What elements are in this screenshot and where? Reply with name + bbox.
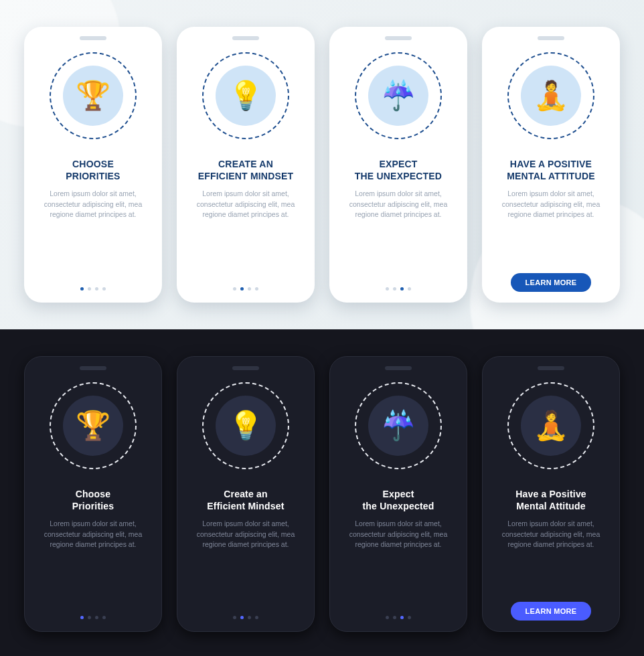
page-dot[interactable] — [88, 616, 91, 619]
page-dot[interactable] — [80, 287, 84, 291]
page-dot[interactable] — [240, 287, 244, 291]
illustration-circle: ☔ — [355, 382, 442, 469]
page-dot[interactable] — [95, 287, 98, 291]
page-indicator — [233, 616, 258, 621]
page-indicator — [386, 287, 411, 292]
screen-title: CREATE AN EFFICIENT MINDSET — [198, 158, 294, 182]
learn-more-button[interactable]: LEARN MORE — [511, 602, 592, 621]
page-dot[interactable] — [408, 616, 411, 619]
illustration-circle: 🏆 — [50, 382, 137, 469]
screen-description: Lorem ipsum dolor sit amet, consectetur … — [491, 189, 611, 220]
phone-notch — [538, 366, 564, 370]
light-theme-section: 🏆CHOOSE PRIORITIESLorem ipsum dolor sit … — [0, 0, 644, 329]
phone-notch — [385, 36, 412, 40]
screen-title: HAVE A POSITIVE MENTAL ATTITUDE — [507, 158, 595, 182]
screen-title: Create an Efficient Mindset — [207, 488, 284, 512]
mindset-icon: 💡 — [228, 412, 263, 440]
phone-notch — [80, 36, 106, 40]
screen-title: Expect the Unexpected — [362, 488, 434, 512]
illustration: 🏆 — [43, 46, 143, 146]
attitude-icon: 🧘 — [534, 412, 568, 440]
illustration-circle: 🧘 — [507, 52, 594, 139]
page-indicator — [233, 287, 258, 292]
screen-description: Lorem ipsum dolor sit amet, consectetur … — [339, 519, 457, 550]
attitude-icon: 🧘 — [534, 82, 568, 110]
page-dot[interactable] — [255, 616, 258, 619]
illustration: 💡 — [195, 376, 296, 476]
illustration-circle: 💡 — [202, 382, 289, 469]
page-dot[interactable] — [400, 287, 404, 291]
illustration: ☔ — [348, 46, 449, 146]
illustration: 🧘 — [501, 46, 601, 146]
page-dot[interactable] — [80, 616, 84, 619]
page-dot[interactable] — [95, 616, 98, 619]
onboarding-phone: ☔Expect the UnexpectedLorem ipsum dolor … — [329, 356, 467, 632]
screen-description: Lorem ipsum dolor sit amet, consectetur … — [339, 189, 458, 220]
screen-description: Lorem ipsum dolor sit amet, consectetur … — [34, 519, 152, 550]
page-dot[interactable] — [255, 287, 258, 291]
screen-description: Lorem ipsum dolor sit amet, consectetur … — [187, 519, 305, 550]
dark-theme-section: 🏆Choose PrioritiesLorem ipsum dolor sit … — [0, 329, 644, 656]
page-dot[interactable] — [386, 616, 389, 619]
phone-notch — [538, 36, 564, 40]
phone-notch — [385, 366, 412, 370]
page-dot[interactable] — [386, 287, 389, 291]
unexpected-icon: ☔ — [381, 82, 416, 110]
mindset-icon: 💡 — [228, 82, 263, 110]
illustration-circle: 🧘 — [507, 382, 594, 469]
onboarding-phone: ☔EXPECT THE UNEXPECTEDLorem ipsum dolor … — [329, 27, 467, 303]
illustration-circle: 💡 — [202, 52, 289, 139]
page-indicator — [80, 287, 106, 292]
phone-notch — [232, 36, 259, 40]
screen-description: Lorem ipsum dolor sit amet, consectetur … — [492, 519, 610, 550]
page-dot[interactable] — [393, 287, 396, 291]
page-indicator — [386, 616, 411, 621]
page-dot[interactable] — [248, 287, 251, 291]
page-dot[interactable] — [393, 616, 396, 619]
phone-notch — [80, 366, 106, 370]
learn-more-button[interactable]: LEARN MORE — [511, 273, 592, 292]
screen-title: Have a Positive Mental Attitude — [515, 488, 586, 512]
page-dot[interactable] — [240, 616, 244, 619]
illustration-circle: 🏆 — [50, 52, 137, 139]
screen-title: CHOOSE PRIORITIES — [66, 158, 120, 182]
page-dot[interactable] — [233, 287, 236, 291]
illustration: 🧘 — [501, 376, 601, 476]
onboarding-phone: 🏆CHOOSE PRIORITIESLorem ipsum dolor sit … — [24, 27, 162, 303]
page-dot[interactable] — [248, 616, 251, 619]
page-indicator — [80, 616, 106, 621]
phone-notch — [232, 366, 259, 370]
page-dot[interactable] — [400, 616, 404, 619]
priorities-icon: 🏆 — [76, 412, 110, 440]
priorities-icon: 🏆 — [76, 82, 110, 110]
illustration: 💡 — [195, 46, 296, 146]
onboarding-phone: 💡CREATE AN EFFICIENT MINDSETLorem ipsum … — [177, 27, 315, 303]
page-dot[interactable] — [102, 616, 106, 619]
onboarding-phone: 💡Create an Efficient MindsetLorem ipsum … — [177, 356, 315, 632]
illustration-circle: ☔ — [355, 52, 442, 139]
illustration: ☔ — [348, 376, 449, 476]
screen-title: Choose Priorities — [72, 488, 114, 512]
page-dot[interactable] — [102, 287, 106, 291]
onboarding-phone: 🧘Have a Positive Mental AttitudeLorem ip… — [482, 356, 620, 632]
onboarding-phone: 🧘HAVE A POSITIVE MENTAL ATTITUDELorem ip… — [482, 27, 620, 303]
screen-description: Lorem ipsum dolor sit amet, consectetur … — [186, 189, 305, 220]
screen-title: EXPECT THE UNEXPECTED — [355, 158, 442, 182]
illustration: 🏆 — [43, 376, 143, 476]
onboarding-phone: 🏆Choose PrioritiesLorem ipsum dolor sit … — [24, 356, 162, 632]
page-dot[interactable] — [88, 287, 91, 291]
screen-description: Lorem ipsum dolor sit amet, consectetur … — [33, 189, 153, 220]
unexpected-icon: ☔ — [381, 412, 416, 440]
page-dot[interactable] — [233, 616, 236, 619]
page-dot[interactable] — [408, 287, 411, 291]
